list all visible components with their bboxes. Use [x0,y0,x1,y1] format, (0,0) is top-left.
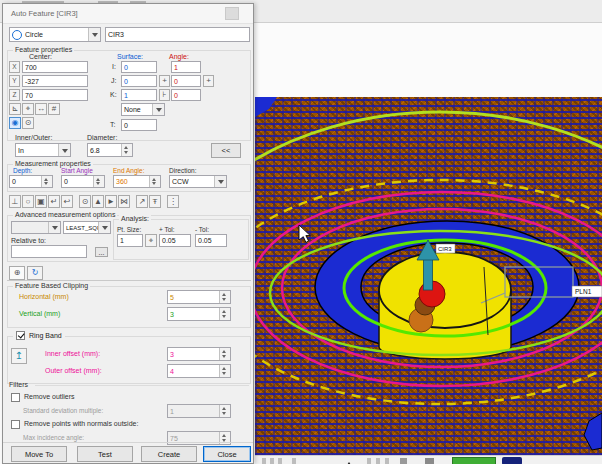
status-icon[interactable] [385,458,389,464]
dropdown-arrow-icon[interactable] [58,144,70,156]
flip-angle-vector-button[interactable]: + [203,75,214,87]
angle-k-field[interactable]: 0 [171,89,201,101]
grid-toggle-button[interactable]: # [48,103,60,115]
angle-j-field[interactable]: 0 [171,75,201,87]
status-icon[interactable] [262,458,266,464]
algorithm-combo[interactable]: LEAST_SQR [63,221,111,234]
stddev-spinner[interactable]: 1 [167,404,231,418]
spinner-arrows-icon[interactable] [219,348,230,360]
create-button[interactable]: Create [141,446,197,462]
path-icon-dots[interactable]: ⋮ [167,195,179,208]
probe-status-icon[interactable] [502,457,522,464]
path-icon-tbar[interactable]: Ŧ [149,195,161,208]
angle-i-field[interactable]: 1 [171,61,201,73]
center-y-field[interactable]: -327 [22,75,88,87]
lock-icon[interactable] [400,458,407,464]
plus-tol-field[interactable]: 0.05 [159,234,191,247]
horizontal-clip-spinner[interactable]: 5 [167,290,231,304]
sample-mode-button[interactable]: ⊙ [22,117,34,129]
minus-tol-field[interactable]: 0.05 [195,234,227,247]
spinner-arrows-icon[interactable] [121,144,132,156]
path-icon-loop[interactable]: ↩ [61,195,73,208]
relative-to-field[interactable] [11,245,87,258]
measure-toggle-button[interactable]: ↔ [35,103,47,115]
fit-option-combo[interactable] [11,221,61,234]
dropdown-arrow-icon[interactable] [98,222,110,233]
dropdown-arrow-icon[interactable] [152,104,164,115]
spinner-arrows-icon[interactable] [93,176,104,187]
inner-outer-combo[interactable]: In [15,143,71,157]
close-button[interactable]: Close [203,446,251,462]
inner-offset-spinner[interactable]: 3 [167,347,231,361]
center-x-field[interactable]: 700 [22,61,88,73]
surface-k-field[interactable]: 1 [121,89,157,101]
tab-probe-options[interactable]: ⊕ [9,266,25,280]
surface-j-field[interactable]: 0 [121,75,157,87]
depth-spinner[interactable]: 0 [9,175,53,188]
lock-vector-button[interactable]: ⊦ [159,89,170,101]
outer-offset-spinner[interactable]: 4 [167,364,231,378]
z-axis-button[interactable]: Z [9,89,20,101]
move-to-button[interactable]: Move To [11,446,67,462]
tab-pointcloud-options[interactable]: ↻ [27,266,43,280]
go-button[interactable] [452,457,496,464]
path-icon-return[interactable]: ↵ [48,195,60,208]
remove-normals-checkbox[interactable] [11,420,20,429]
triangle-icon[interactable] [345,458,353,464]
diameter-value: 6.8 [90,147,100,154]
status-icon[interactable] [278,458,282,464]
snap-toggle-button[interactable]: ⊾ [9,103,21,115]
reference-combo[interactable]: None [121,103,165,116]
test-button[interactable]: Test [77,446,133,462]
ring-band-direction-button[interactable]: ↥ [11,348,27,364]
diameter-spinner[interactable]: 6.8 [87,143,133,157]
spinner-arrows-icon[interactable] [219,365,230,377]
feature-type-combo[interactable]: Circle [9,27,101,42]
circle-label[interactable]: CIR3 [438,246,452,252]
start-angle-spinner[interactable]: 0 [61,175,105,188]
collapse-button[interactable]: << [211,143,241,158]
spinner-arrows-icon[interactable] [219,308,230,320]
status-icon[interactable] [425,458,434,464]
pointer-tool-button[interactable]: ⌖ [145,234,157,247]
end-angle-spinner[interactable]: 360 [113,175,161,188]
auto-circle-mode-button[interactable]: ◉ [9,117,21,129]
center-z-field[interactable]: 70 [22,89,88,101]
path-icon-play[interactable]: ► [105,195,117,208]
path-icon-perpendicular[interactable]: ⊥ [9,195,21,208]
status-icon[interactable] [270,458,274,464]
vertical-clip-spinner[interactable]: 3 [167,307,231,321]
spinner-arrows-icon[interactable] [149,176,160,187]
spinner-arrows-icon[interactable] [41,176,52,187]
dropdown-arrow-icon[interactable] [48,222,60,233]
status-icon[interactable] [376,458,380,464]
status-icon[interactable] [367,458,371,464]
flip-surface-vector-button[interactable]: + [159,75,170,87]
scene-overlay: CIR3 PLN1 [255,97,602,455]
feature-name-input[interactable]: CIR3 [105,27,250,42]
ring-band-checkbox[interactable] [16,331,25,340]
dropdown-arrow-icon[interactable] [214,176,226,187]
direction-combo[interactable]: CCW [169,175,227,188]
x-axis-button[interactable]: X [9,61,20,73]
path-icon-triangle[interactable]: ▲ [92,195,104,208]
surface-i-field[interactable]: 0 [121,61,157,73]
plane-label[interactable]: PLN1 [575,288,592,295]
path-icon-square[interactable]: ▣ [35,195,47,208]
spinner-arrows-icon[interactable] [219,291,230,303]
dialog-titlebar[interactable]: Auto Feature [CIR3] [3,4,253,24]
status-icon[interactable] [292,458,296,464]
pt-size-field[interactable]: 1 [117,234,143,247]
path-icon-dot-circle[interactable]: ⊙ [79,195,91,208]
dropdown-arrow-icon[interactable] [88,28,100,41]
t-field[interactable]: 0 [121,119,157,131]
y-axis-button[interactable]: Y [9,75,20,87]
dialog-pin-button[interactable] [225,7,239,20]
path-icon-bowtie[interactable]: ⋈ [118,195,130,208]
path-icon-diagonal[interactable]: ↗ [136,195,148,208]
remove-outliers-checkbox[interactable] [11,393,20,402]
target-toggle-button[interactable]: ⌖ [22,103,34,115]
path-icon-circle[interactable]: ○ [22,195,34,208]
browse-button[interactable]: ... [95,247,108,257]
spinner-arrows-icon[interactable] [219,405,230,417]
